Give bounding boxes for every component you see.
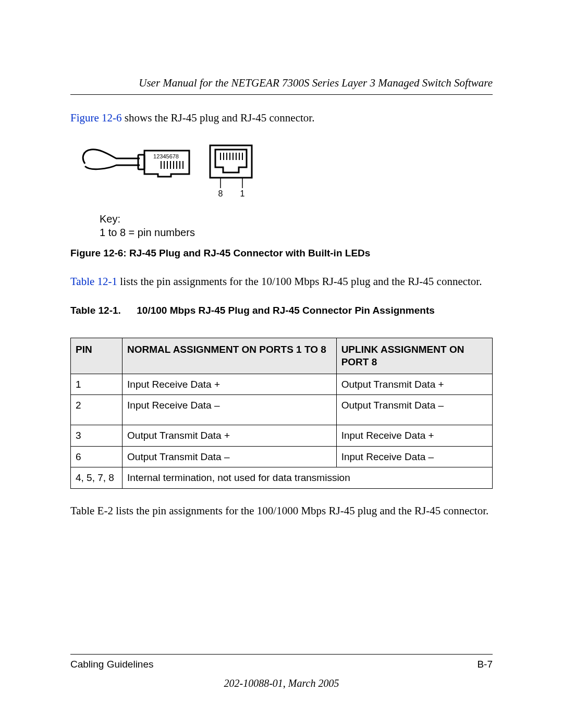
cell-pin: 2: [71, 395, 123, 425]
cell-normal: Output Transmit Data –: [123, 446, 337, 467]
col-header-pin: PIN: [71, 338, 123, 374]
cell-uplink: Output Transmit Data +: [336, 374, 492, 395]
document-footer: Cabling Guidelines B-7 202-10088-01, Mar…: [70, 654, 493, 690]
table-row: 2 Input Receive Data – Output Transmit D…: [71, 395, 493, 425]
cell-pin: 4, 5, 7, 8: [71, 467, 123, 489]
table-row: 1 Input Receive Data + Output Transmit D…: [71, 374, 493, 395]
cell-normal: Output Transmit Data +: [123, 425, 337, 447]
svg-rect-0: [138, 155, 144, 169]
cell-uplink: Output Transmit Data –: [336, 395, 492, 425]
rj45-diagram: 12345678: [80, 140, 493, 239]
footer-page: B-7: [477, 658, 493, 671]
footer-row: Cabling Guidelines B-7: [70, 658, 493, 671]
table-footer-row: 4, 5, 7, 8 Internal termination, not use…: [71, 467, 493, 489]
col-header-normal: NORMAL ASSIGNMENT ON PORTS 1 TO 8: [123, 338, 337, 374]
connector-pin-right-label: 1: [240, 189, 245, 198]
footer-docnum: 202-10088-01, March 2005: [70, 676, 493, 690]
cell-normal: Input Receive Data +: [123, 374, 337, 395]
intro-paragraph: Figure 12-6 shows the RJ-45 plug and RJ-…: [70, 110, 493, 125]
diagram-key: Key: 1 to 8 = pin numbers: [100, 212, 493, 239]
document-header: User Manual for the NETGEAR 7300S Series…: [70, 76, 493, 95]
connector-pin-left-label: 8: [218, 189, 223, 198]
table-caption: Table 12-1. 10/100 Mbps RJ-45 Plug and R…: [70, 304, 493, 317]
table-row: 3 Output Transmit Data + Input Receive D…: [71, 425, 493, 447]
table-reference-link[interactable]: Table 12-1: [70, 275, 117, 288]
cell-footer-text: Internal termination, not used for data …: [123, 467, 493, 489]
footer-rule: [70, 654, 493, 655]
diagram-key-line: 1 to 8 = pin numbers: [100, 226, 493, 239]
figure-caption: Figure 12-6: RJ-45 Plug and RJ-45 Connec…: [70, 246, 493, 260]
cell-pin: 1: [71, 374, 123, 395]
cell-uplink: Input Receive Data –: [336, 446, 492, 467]
plug-pin-numbers: 12345678: [153, 153, 179, 159]
table-row: 6 Output Transmit Data – Input Receive D…: [71, 446, 493, 467]
after-table-paragraph: Table E-2 lists the pin assignments for …: [70, 503, 493, 518]
cell-uplink: Input Receive Data +: [336, 425, 492, 447]
diagram-key-title: Key:: [100, 212, 493, 226]
cell-pin: 6: [71, 446, 123, 467]
figure-reference-link[interactable]: Figure 12-6: [70, 112, 122, 124]
cell-normal: Input Receive Data –: [123, 395, 337, 425]
page: User Manual for the NETGEAR 7300S Series…: [0, 0, 563, 728]
table-caption-id: Table 12-1.: [70, 304, 134, 317]
document-title: User Manual for the NETGEAR 7300S Series…: [139, 77, 493, 89]
footer-section: Cabling Guidelines: [70, 658, 154, 671]
intro-text: shows the RJ-45 plug and RJ-45 connector…: [122, 112, 315, 124]
pin-assignment-table: PIN NORMAL ASSIGNMENT ON PORTS 1 TO 8 UP…: [70, 338, 493, 489]
table-header-row: PIN NORMAL ASSIGNMENT ON PORTS 1 TO 8 UP…: [71, 338, 493, 374]
table-intro-paragraph: Table 12-1 lists the pin assignments for…: [70, 274, 493, 289]
table-caption-text: 10/100 Mbps RJ-45 Plug and RJ-45 Connect…: [137, 305, 435, 316]
col-header-uplink: UPLINK ASSIGNMENT ON PORT 8: [336, 338, 492, 374]
table-intro-text: lists the pin assignments for the 10/100…: [117, 275, 482, 288]
cell-pin: 3: [71, 425, 123, 447]
rj45-diagram-svg: 12345678: [80, 140, 257, 203]
